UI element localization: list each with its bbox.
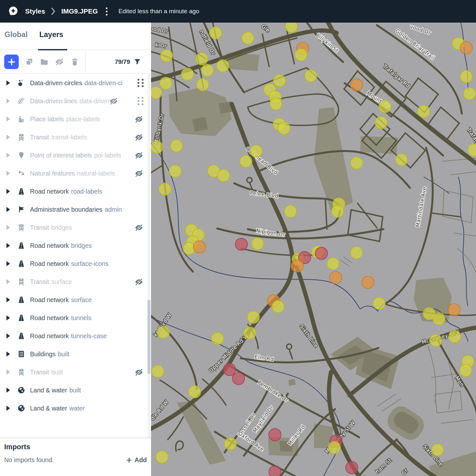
filter-icon[interactable] <box>133 58 141 66</box>
mapbox-studio-logo[interactable] <box>8 6 19 17</box>
layer-row-water[interactable]: Land & waterwater <box>0 399 151 417</box>
caret-right-icon[interactable] <box>6 388 10 393</box>
layer-row-tunnels[interactable]: Road networktunnels <box>0 309 151 327</box>
data-circle-yellow[interactable] <box>278 122 290 135</box>
layer-row-admin[interactable]: Administrative boundariesadmin <box>0 200 151 218</box>
data-circle-yellow[interactable] <box>350 157 363 169</box>
caret-right-icon[interactable] <box>6 135 10 140</box>
data-circle-red[interactable] <box>232 372 245 385</box>
data-circle-yellow[interactable] <box>152 365 164 378</box>
data-circle-yellow[interactable] <box>373 297 385 309</box>
data-circle-yellow[interactable] <box>250 145 262 157</box>
data-circle-yellow[interactable] <box>327 258 339 270</box>
scrollbar-thumb[interactable] <box>147 300 150 374</box>
data-circle-red[interactable] <box>235 238 248 250</box>
data-circle-red[interactable] <box>223 363 236 376</box>
breadcrumb-styles[interactable]: Styles <box>25 7 45 15</box>
visibility-toggle-icon[interactable] <box>134 132 144 142</box>
data-circle-yellow[interactable] <box>463 87 476 100</box>
data-circle-yellow[interactable] <box>218 169 230 182</box>
caret-right-icon[interactable] <box>6 261 10 266</box>
data-circle-yellow[interactable] <box>151 86 162 99</box>
caret-right-icon[interactable] <box>6 189 10 194</box>
data-circle-yellow[interactable] <box>224 438 237 450</box>
data-circle-yellow[interactable] <box>181 68 194 80</box>
data-circle-yellow[interactable] <box>375 116 387 129</box>
layer-row-natural-labels[interactable]: Natural featuresnatural-labels <box>0 164 151 182</box>
caret-right-icon[interactable] <box>6 98 10 104</box>
data-circle-yellow[interactable] <box>423 308 435 320</box>
caret-right-icon[interactable] <box>6 225 10 230</box>
visibility-toggle-icon[interactable] <box>134 277 144 287</box>
data-circle-yellow[interactable] <box>170 140 183 152</box>
data-circle-yellow[interactable] <box>460 70 472 83</box>
data-circle-yellow[interactable] <box>211 332 224 345</box>
data-circle-yellow[interactable] <box>295 49 307 61</box>
kebab-menu-icon[interactable] <box>103 6 110 17</box>
data-circle-yellow[interactable] <box>197 78 209 91</box>
data-circle-orange[interactable] <box>350 79 363 91</box>
layer-row-built[interactable]: Transitbuilt <box>0 363 151 381</box>
data-circle-orange[interactable] <box>362 276 374 289</box>
delete-layer-icon[interactable] <box>70 57 79 67</box>
caret-right-icon[interactable] <box>6 333 10 339</box>
visibility-toggle-icon[interactable] <box>134 168 144 178</box>
data-circle-orange[interactable] <box>193 241 206 253</box>
data-circle-yellow[interactable] <box>430 334 442 347</box>
drag-handle[interactable] <box>137 79 144 87</box>
layer-row-bridges[interactable]: Road networkbridges <box>0 237 151 255</box>
caret-right-icon[interactable] <box>6 116 10 122</box>
layer-row-place-labels[interactable]: Place labelsplace-labels <box>0 110 151 128</box>
data-circle-yellow[interactable] <box>418 105 430 117</box>
visibility-toggle-icon[interactable] <box>134 367 144 377</box>
map-canvas[interactable]: ood Drk Drndfield DrGlevood DrGolden Bri… <box>151 23 476 476</box>
data-circle-yellow[interactable] <box>240 155 252 167</box>
data-circle-yellow[interactable] <box>157 326 169 339</box>
layer-list-scrollbar[interactable] <box>147 74 150 438</box>
data-circle-orange[interactable] <box>460 42 472 54</box>
layer-row-bridges[interactable]: Transitbridges <box>0 218 151 237</box>
visibility-toggle-icon[interactable] <box>134 223 144 232</box>
layer-row-poi-labels[interactable]: Point of interest labelspoi-labels <box>0 146 151 164</box>
layer-row-surface-icons[interactable]: Road networksurface-icons <box>0 255 151 273</box>
data-circle-yellow[interactable] <box>270 98 282 110</box>
caret-right-icon[interactable] <box>6 297 10 302</box>
caret-right-icon[interactable] <box>6 153 10 158</box>
caret-right-icon[interactable] <box>6 207 10 212</box>
caret-right-icon[interactable] <box>6 279 10 284</box>
add-layer-button[interactable] <box>4 55 19 69</box>
layer-row-surface[interactable]: Transitsurface <box>0 273 151 291</box>
data-circle-yellow[interactable] <box>209 27 222 39</box>
data-circle-yellow[interactable] <box>285 23 298 33</box>
hide-layers-icon[interactable] <box>55 57 64 67</box>
tab-global[interactable]: Global <box>5 30 28 39</box>
data-circle-yellow[interactable] <box>188 386 201 398</box>
data-circle-orange[interactable] <box>448 304 460 316</box>
data-circle-yellow[interactable] <box>328 441 340 454</box>
data-circle-yellow[interactable] <box>244 327 256 339</box>
data-circle-yellow[interactable] <box>247 311 259 323</box>
data-circle-yellow[interactable] <box>305 70 317 82</box>
data-circle-yellow[interactable] <box>273 75 286 87</box>
caret-right-icon[interactable] <box>6 370 10 375</box>
group-layers-icon[interactable] <box>39 57 49 67</box>
data-circle-yellow[interactable] <box>379 100 391 113</box>
data-circle-yellow[interactable] <box>169 165 181 177</box>
layer-row-tunnels-case[interactable]: Road networktunnels-case <box>0 327 151 345</box>
data-circle-yellow[interactable] <box>156 451 168 463</box>
data-circle-yellow[interactable] <box>217 60 229 72</box>
data-circle-red[interactable] <box>346 461 358 474</box>
data-circle-yellow[interactable] <box>160 50 173 62</box>
drag-handle[interactable] <box>137 97 144 105</box>
duplicate-layer-icon[interactable] <box>24 57 34 67</box>
data-circle-yellow[interactable] <box>159 183 171 195</box>
layer-row-data-driven[interactable]: Data-driven linesdata-driven <box>0 92 151 110</box>
data-circle-yellow[interactable] <box>395 154 408 166</box>
data-circle-yellow[interactable] <box>251 238 264 250</box>
style-title[interactable]: IMG9.JPEG <box>61 7 98 15</box>
data-circle-red[interactable] <box>315 247 328 259</box>
layer-row-built[interactable]: Buildingsbuilt <box>0 345 151 363</box>
data-circle-yellow[interactable] <box>431 444 444 456</box>
data-circle-yellow[interactable] <box>201 64 214 76</box>
data-circle-yellow[interactable] <box>284 205 297 218</box>
